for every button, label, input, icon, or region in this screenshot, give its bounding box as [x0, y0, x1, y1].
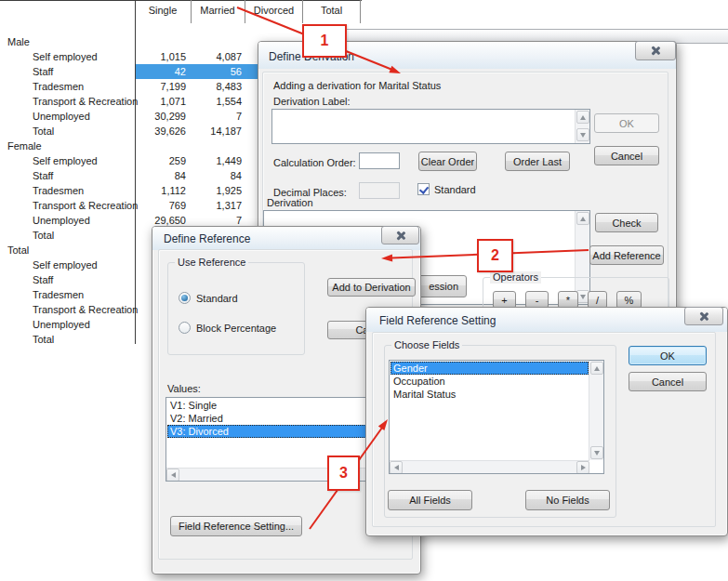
table-cell-married[interactable]: 7 — [190, 109, 242, 124]
table-cell-single[interactable]: 30,299 — [136, 109, 186, 124]
derivation-label-input[interactable] — [271, 109, 590, 144]
use-reference-group: Use Reference — [167, 262, 305, 355]
table-bottom-border — [0, 0, 136, 1]
ok-button[interactable]: OK — [594, 113, 659, 133]
no-fields-button[interactable]: No Fields — [525, 490, 610, 510]
table-row-label: Total — [33, 332, 137, 347]
table-row-label: Unemployed — [33, 317, 137, 332]
column-header-single[interactable]: Single — [136, 0, 190, 21]
table-cell-married[interactable]: 1,449 — [190, 153, 242, 168]
cancel-button[interactable]: Cancel — [594, 146, 659, 165]
use-reference-label: Use Reference — [175, 257, 248, 269]
table-row-label: Unemployed — [33, 109, 137, 124]
ok-button[interactable]: OK — [629, 346, 707, 365]
table-cell-married[interactable]: 84 — [190, 168, 242, 183]
close-icon — [699, 311, 709, 322]
table-cell-married[interactable]: 1,317 — [190, 198, 242, 213]
block-percentage-radio-label[interactable]: Block Percentage — [196, 322, 276, 335]
table-row-label: Tradesmen — [33, 183, 137, 198]
table-cell-married[interactable]: 4,087 — [190, 49, 242, 64]
scroll-left-icon[interactable] — [390, 461, 403, 474]
standard-radio-label[interactable]: Standard — [196, 292, 238, 305]
block-percentage-radio[interactable] — [179, 322, 191, 334]
scroll-down-icon[interactable] — [590, 446, 603, 459]
table-row-label: Transport & Recreation — [33, 198, 137, 213]
table-row-label: Self employed — [33, 257, 137, 272]
table-row-label: Tradesmen — [33, 79, 137, 94]
table-cell-single[interactable]: 7,199 — [136, 79, 186, 94]
table-cell-single[interactable]: 1,071 — [136, 94, 186, 109]
order-last-button[interactable]: Order Last — [505, 152, 570, 171]
cancel-button[interactable]: Cancel — [629, 372, 707, 391]
check-button[interactable]: Check — [595, 213, 658, 232]
table-row-label: Transport & Recreation — [33, 94, 137, 109]
decimal-places-input[interactable] — [359, 182, 400, 199]
standard-checkbox[interactable] — [417, 183, 430, 195]
close-icon — [395, 231, 405, 241]
annotation-step-1: 1 — [302, 24, 347, 58]
table-row-label: Staff — [33, 64, 137, 79]
derivation-caption: Derivation — [267, 196, 313, 209]
table-cell-single[interactable]: 259 — [136, 153, 186, 168]
add-to-derivation-button[interactable]: Add to Derivation — [327, 278, 416, 297]
table-row-label: Self employed — [33, 153, 137, 168]
table-row-label: Tradesmen — [33, 287, 137, 302]
table-cell-married[interactable]: 1,925 — [190, 183, 242, 198]
fields-listbox[interactable]: Gender Occupation Marital Status — [389, 360, 604, 474]
scroll-up-icon[interactable] — [576, 212, 589, 225]
column-header-married[interactable]: Married — [191, 0, 245, 21]
column-header-divorced[interactable]: Divorced — [245, 0, 302, 21]
scrollbar[interactable] — [575, 110, 589, 143]
close-button[interactable] — [635, 41, 676, 60]
table-group-label: Total — [7, 243, 29, 257]
operators-label: Operators — [490, 271, 541, 284]
derivation-label-caption: Derivation Label: — [273, 95, 351, 108]
screen: Single Married Divorced Total MaleSelf e… — [0, 0, 728, 581]
table-cell-married[interactable]: 1,554 — [190, 94, 242, 109]
table-row-label: Staff — [33, 168, 137, 183]
table-cell-single[interactable]: 1,112 — [136, 183, 186, 198]
table-row-label: Staff — [33, 272, 137, 287]
all-fields-button[interactable]: All Fields — [388, 490, 472, 510]
scroll-left-icon[interactable] — [166, 469, 179, 482]
table-row-label: Total — [33, 124, 137, 139]
scroll-up-icon[interactable] — [576, 111, 589, 124]
table-cell-married[interactable]: 14,187 — [190, 124, 242, 139]
vertical-scrollbar[interactable] — [589, 361, 603, 460]
choose-fields-label: Choose Fields — [391, 339, 462, 351]
table-row-label: Transport & Recreation — [33, 302, 137, 317]
field-reference-setting-dialog: Field Reference Setting Choose Fields Ge… — [365, 307, 728, 536]
table-group-label: Male — [7, 34, 30, 49]
close-button[interactable] — [381, 226, 419, 244]
standard-radio[interactable] — [179, 292, 191, 304]
column-divider — [360, 0, 361, 23]
table-cell-married[interactable]: 56 — [190, 64, 242, 79]
table-cell-single[interactable]: 769 — [136, 198, 186, 213]
column-header-total[interactable]: Total — [303, 0, 360, 21]
list-item[interactable]: Occupation — [390, 375, 589, 388]
clear-order-button[interactable]: Clear Order — [418, 152, 477, 171]
field-reference-setting-button[interactable]: Field Reference Setting... — [170, 516, 302, 536]
table-group-label: Female — [7, 139, 42, 153]
calculation-order-input[interactable] — [359, 152, 400, 169]
table-cell-single[interactable]: 84 — [136, 168, 186, 183]
close-icon — [651, 46, 661, 56]
close-button[interactable] — [684, 307, 723, 325]
table-cell-single[interactable]: 1,015 — [136, 49, 186, 64]
list-item[interactable]: Marital Status — [390, 388, 589, 401]
define-reference-title: Define Reference — [164, 232, 250, 245]
standard-checkbox-label: Standard — [434, 183, 476, 196]
add-reference-button[interactable]: Add Reference — [589, 245, 664, 265]
annotation-step-2: 2 — [477, 239, 513, 272]
horizontal-scrollbar[interactable] — [390, 460, 589, 473]
scroll-up-icon[interactable] — [590, 362, 603, 375]
values-label: Values: — [167, 382, 201, 395]
table-row-label: Unemployed — [33, 213, 137, 228]
table-cell-single[interactable]: 42 — [136, 64, 186, 79]
table-row-label: Self employed — [33, 49, 137, 64]
scroll-right-icon[interactable] — [576, 461, 589, 474]
scroll-down-icon[interactable] — [576, 128, 589, 141]
table-cell-single[interactable]: 39,626 — [136, 124, 186, 139]
list-item-selected[interactable]: Gender — [390, 362, 589, 375]
table-cell-married[interactable]: 8,483 — [190, 79, 242, 94]
